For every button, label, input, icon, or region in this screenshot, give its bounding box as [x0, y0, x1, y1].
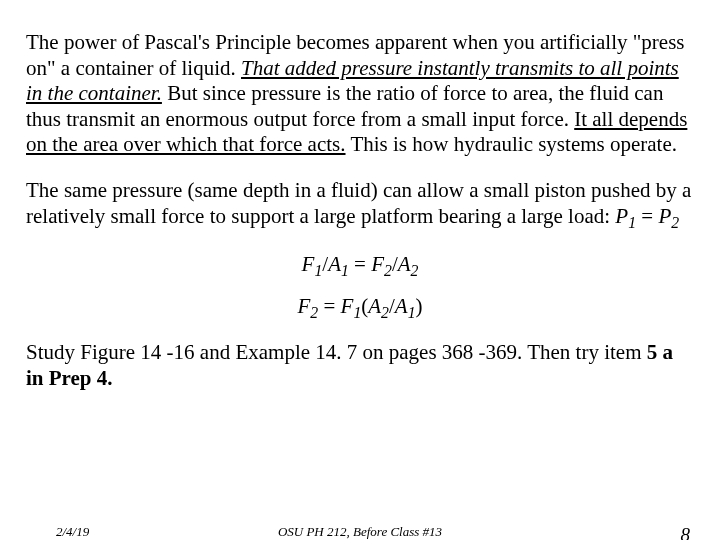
paragraph-2: The same pressure (same depth in a fluid…	[26, 178, 694, 232]
eq2-c: F	[371, 252, 384, 276]
p3-text-1: Study Figure 14 -16 and Example 14. 7 on…	[26, 340, 647, 364]
footer-page-number: 8	[681, 524, 691, 540]
paragraph-1: The power of Pascal's Principle becomes …	[26, 30, 694, 158]
eq1-rhs-var: P	[658, 204, 671, 228]
paragraph-3: Study Figure 14 -16 and Example 14. 7 on…	[26, 340, 694, 391]
eq1-lhs-sub: 1	[628, 214, 636, 231]
eq3-close: )	[416, 294, 423, 318]
p2-text-1: The same pressure (same depth in a fluid…	[26, 178, 691, 228]
eq2-a: F	[302, 252, 315, 276]
eq3-equals: =	[318, 294, 340, 318]
footer-course: OSU PH 212, Before Class #13	[0, 524, 720, 540]
equation-2: F1/A1 = F2/A2	[26, 252, 694, 280]
eq3-cs: 2	[381, 304, 389, 321]
eq3-ds: 1	[408, 304, 416, 321]
eq2-d: A	[398, 252, 411, 276]
eq2-cs: 2	[384, 262, 392, 279]
eq1-rhs-sub: 2	[671, 214, 679, 231]
slide: The power of Pascal's Principle becomes …	[0, 0, 720, 540]
eq1-equals: =	[636, 204, 658, 228]
eq3-a: F	[298, 294, 311, 318]
eq2-bs: 1	[341, 262, 349, 279]
eq1-lhs-var: P	[615, 204, 628, 228]
p1-text-5: This is how hydraulic systems operate.	[346, 132, 677, 156]
eq3-d: A	[395, 294, 408, 318]
equation-3: F2 = F1(A2/A1)	[26, 294, 694, 322]
eq2-ds: 2	[411, 262, 419, 279]
eq2-equals: =	[349, 252, 371, 276]
eq3-c: A	[368, 294, 381, 318]
eq3-b: F	[341, 294, 354, 318]
eq2-b: A	[328, 252, 341, 276]
